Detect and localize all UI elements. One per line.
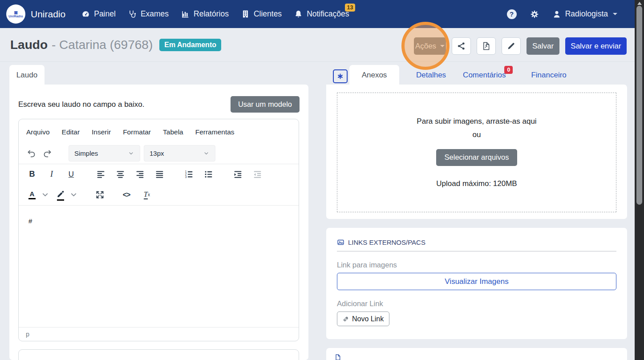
nav-item-exames[interactable]: Exames [128, 9, 169, 19]
bullet-list-icon [204, 170, 213, 179]
outdent-button[interactable] [249, 166, 265, 182]
chevron-down-icon [203, 150, 210, 157]
save-and-send-button[interactable]: Salvar e enviar [565, 37, 627, 55]
anexos-card: Para subir imagens, arraste-as aqui ou S… [326, 85, 627, 219]
new-link-button[interactable]: Novo Link [337, 311, 389, 326]
element-path: p [26, 331, 29, 338]
help-icon[interactable]: ? [507, 9, 517, 19]
select-files-button[interactable]: Selecionar arquivos [436, 149, 518, 166]
page-scrollbar[interactable] [635, 0, 644, 360]
ordered-list-icon: 123 [184, 170, 194, 179]
bullet-list-button[interactable] [200, 166, 216, 182]
tab-detalhes[interactable]: Detalhes [416, 71, 446, 80]
share-button[interactable] [452, 37, 471, 55]
save-button[interactable]: Salvar [527, 37, 559, 55]
editor-toolbar-row3: A <> Tx [19, 184, 299, 205]
rich-text-editor: Arquivo Editar Inserir Formatar Tabela F… [18, 119, 299, 341]
format-select[interactable]: Simples [69, 145, 140, 162]
indent-button[interactable] [230, 166, 246, 182]
editor-instruction: Escreva seu laudo no campo a baixo. [18, 100, 145, 109]
editor-content-area[interactable]: # [19, 206, 299, 327]
redo-icon [43, 149, 52, 158]
italic-button[interactable]: I [44, 166, 60, 182]
pdf-file-icon [482, 41, 491, 51]
tab-laudo[interactable]: Laudo [9, 65, 45, 85]
patient-subtitle: - Catarina (69768) [52, 38, 153, 52]
menu-editar[interactable]: Editar [62, 128, 80, 136]
collapse-panel-button[interactable] [333, 69, 348, 83]
menu-arquivo[interactable]: Arquivo [26, 128, 50, 136]
status-badge: Em Andamento [159, 39, 221, 51]
nav-right: ? Radiologista [507, 9, 638, 19]
scrollbar-up-arrow[interactable] [637, 2, 642, 5]
laudo-card: Escreva seu laudo no campo a baixo. Usar… [9, 85, 308, 360]
align-center-button[interactable] [112, 166, 128, 182]
align-left-button[interactable] [93, 166, 109, 182]
right-panel-tabs: Anexos Detalhes Comentários 0 Financeiro [349, 65, 567, 85]
nav-item-relatorios[interactable]: Relatórios [181, 9, 229, 19]
chevron-down-icon [613, 13, 617, 15]
editor-menubar: Arquivo Editar Inserir Formatar Tabela F… [19, 119, 299, 142]
logo-glyph: ▣ [14, 11, 18, 15]
fullscreen-icon [95, 190, 105, 199]
menu-tabela[interactable]: Tabela [163, 128, 183, 136]
top-navbar: ▣ UniRadio Uniradio Painel Exames Relató… [0, 0, 644, 28]
bold-button[interactable]: B [24, 166, 40, 182]
undo-button[interactable] [23, 145, 39, 161]
text-color-dropdown[interactable] [40, 187, 50, 203]
page-title: Laudo [10, 38, 48, 52]
dashboard-icon [81, 10, 90, 18]
undo-icon [27, 149, 36, 158]
align-justify-icon [155, 170, 164, 179]
menu-formatar[interactable]: Formatar [123, 128, 151, 136]
align-justify-button[interactable] [151, 166, 167, 182]
nav-item-painel[interactable]: Painel [81, 9, 116, 19]
user-menu[interactable]: Radiologista [552, 9, 617, 19]
nav-item-notificacoes[interactable]: Notificações 13 [294, 9, 349, 19]
image-icon [337, 239, 344, 246]
ordered-list-button[interactable]: 123 [181, 166, 197, 182]
indent-icon [233, 170, 243, 179]
menu-inserir[interactable]: Inserir [92, 128, 111, 136]
use-template-button[interactable]: Usar um modelo [231, 96, 300, 113]
redo-button[interactable] [39, 145, 55, 161]
svg-text:3: 3 [185, 175, 186, 178]
dropzone-line2: ou [473, 130, 481, 139]
source-code-button[interactable]: <> [118, 187, 134, 203]
highlight-color-button[interactable] [53, 187, 69, 203]
fontsize-select[interactable]: 13px [144, 145, 215, 162]
tab-financeiro[interactable]: Financeiro [531, 71, 566, 80]
acoes-button[interactable]: Ações [414, 37, 446, 55]
asterisk-icon [337, 73, 344, 80]
image-dropzone[interactable]: Para subir imagens, arraste-as aqui ou S… [337, 93, 616, 212]
dropzone-line1: Para subir imagens, arraste-as aqui [417, 117, 536, 126]
external-links-card: LINKS EXTERNOS/PACS Link para imagens Vi… [326, 228, 627, 339]
underline-button[interactable]: U [63, 166, 79, 182]
edit-button[interactable] [502, 37, 521, 55]
fullscreen-button[interactable] [92, 187, 108, 203]
view-images-button[interactable]: Visualizar Imagens [337, 273, 616, 290]
chevron-down-icon [69, 190, 78, 199]
clear-formatting-button[interactable]: Tx [139, 187, 155, 203]
brand-name: Uniradio [31, 9, 65, 20]
scrollbar-thumb[interactable] [636, 6, 642, 205]
bar-chart-icon [181, 10, 190, 18]
pdf-button[interactable] [477, 37, 496, 55]
user-icon [552, 10, 561, 19]
gear-icon[interactable] [530, 10, 539, 19]
text-color-button[interactable]: A [24, 187, 40, 203]
tab-anexos[interactable]: Anexos [349, 65, 399, 85]
align-left-icon [96, 170, 105, 179]
highlight-color-dropdown[interactable] [69, 187, 78, 203]
header-actions: Ações Salvar Salvar e enviar [414, 37, 627, 55]
upload-limit-hint: Upload máximo: 120MB [436, 179, 517, 188]
menu-ferramentas[interactable]: Ferramentas [195, 128, 235, 136]
next-right-section-card [326, 348, 627, 360]
outdent-icon [253, 170, 262, 179]
align-right-button[interactable] [132, 166, 148, 182]
tab-comentarios[interactable]: Comentários 0 [463, 71, 514, 80]
building-icon [241, 10, 250, 18]
brand[interactable]: ▣ UniRadio Uniradio [6, 4, 65, 24]
nav-item-clientes[interactable]: Clientes [241, 9, 282, 19]
nav-menu: Painel Exames Relatórios Clientes Notifi… [81, 9, 349, 19]
